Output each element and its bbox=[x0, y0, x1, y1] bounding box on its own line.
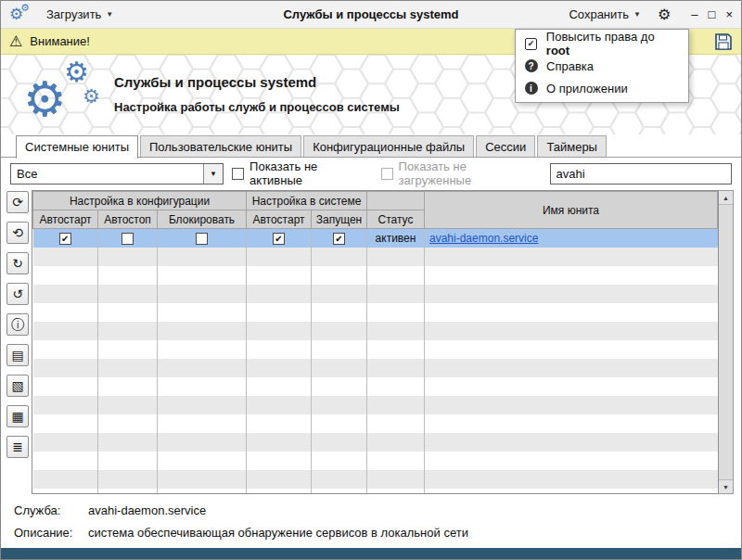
checkbox-box bbox=[381, 168, 393, 180]
column-header-status: Статус bbox=[367, 210, 425, 229]
filter-bar: Все ▼ Показать не активные Показать не з… bbox=[1, 158, 741, 189]
running-checkbox[interactable]: ✔ bbox=[333, 233, 345, 245]
daemon-reload-button[interactable]: ⟲ bbox=[6, 222, 29, 244]
show-inactive-checkbox[interactable]: Показать не активные bbox=[232, 159, 373, 187]
refresh-button[interactable]: ⟳ bbox=[6, 191, 29, 213]
save-menu-label: Сохранить bbox=[569, 7, 629, 21]
checkbox-box[interactable] bbox=[232, 168, 244, 180]
gear-icon: ⚙ bbox=[23, 75, 67, 123]
description-label: Описание: bbox=[14, 526, 88, 540]
journal-icon: ▦ bbox=[11, 410, 23, 423]
chevron-down-icon: ▼ bbox=[106, 10, 113, 19]
scroll-thumb[interactable] bbox=[719, 205, 733, 479]
window-controls: – □ × bbox=[691, 7, 733, 21]
table-row-empty bbox=[33, 322, 718, 340]
app-logo-gears: ⚙ ⚙ ⚙ bbox=[23, 57, 110, 133]
window-title: Службы и процессы systemd bbox=[283, 7, 458, 21]
edit-unit-button[interactable]: ▧ bbox=[6, 375, 29, 397]
autostop-config-checkbox[interactable] bbox=[122, 233, 134, 245]
tab-user-units[interactable]: Пользовательские юниты bbox=[140, 135, 301, 158]
info-button[interactable]: ⓘ bbox=[6, 313, 29, 336]
warning-icon: ⚠ bbox=[9, 34, 22, 49]
titlebar: ⚙ ⚙ Загрузить ▼ Службы и процессы system… bbox=[1, 1, 741, 29]
table-row-empty bbox=[33, 266, 718, 285]
about-info-icon: i bbox=[524, 82, 538, 95]
units-table: Настройка в конфигурации Настройка в сис… bbox=[32, 190, 719, 494]
app-window: ⚙ ⚙ Загрузить ▼ Службы и процессы system… bbox=[0, 0, 742, 560]
vertical-scrollbar[interactable]: ▲ ▼ bbox=[719, 190, 734, 494]
tab-timers[interactable]: Таймеры bbox=[537, 135, 607, 158]
menu-item-help-label: Справка bbox=[546, 59, 594, 73]
unit-row-selected[interactable]: ✔ ✔ ✔ активен avahi-daemon.service bbox=[33, 229, 718, 248]
save-menu-button[interactable]: Сохранить ▼ bbox=[565, 5, 645, 24]
column-header-autostart-system: Автостарт bbox=[247, 210, 312, 229]
autostart-system-checkbox[interactable]: ✔ bbox=[273, 233, 285, 245]
dependencies-button[interactable]: ≣ bbox=[6, 436, 29, 458]
unit-filter-combobox[interactable]: Все ▼ bbox=[10, 163, 224, 185]
status-cell: активен bbox=[367, 229, 425, 248]
tab-system-units[interactable]: Системные юниты bbox=[16, 135, 138, 159]
help-question-icon: ? bbox=[524, 59, 538, 72]
show-unloaded-checkbox: Показать не загруженные bbox=[381, 159, 542, 187]
close-button[interactable]: × bbox=[725, 7, 733, 21]
revert-button[interactable]: ↺ bbox=[6, 283, 29, 305]
tab-sessions[interactable]: Сессии bbox=[476, 135, 535, 158]
table-row-empty bbox=[33, 470, 718, 489]
column-header-unit-name: Имя юнита bbox=[425, 192, 718, 229]
service-label: Служба: bbox=[14, 503, 88, 517]
table-row-empty bbox=[33, 414, 718, 433]
journal-button[interactable]: ▦ bbox=[6, 405, 29, 427]
floppy-icon bbox=[714, 32, 733, 51]
column-header-autostop-config: Автостоп bbox=[98, 210, 158, 229]
unit-name-link[interactable]: avahi-daemon.service bbox=[429, 232, 538, 245]
details-panel: Служба: avahi-daemon.service Описание: с… bbox=[1, 494, 741, 548]
tab-bar: Системные юниты Пользовательские юниты К… bbox=[1, 134, 741, 158]
side-toolbar: ⟳ ⟲ ↻ ↺ ⓘ ▤ ▧ ▦ ≣ bbox=[6, 190, 29, 494]
chevron-down-icon: ▼ bbox=[633, 10, 641, 19]
table-row-empty bbox=[33, 303, 718, 322]
maximize-button[interactable]: □ bbox=[709, 7, 716, 21]
table-row-empty bbox=[33, 340, 718, 359]
warning-text: Внимание! bbox=[30, 34, 90, 48]
load-menu-button[interactable]: Загрузить ▼ bbox=[43, 5, 117, 24]
gear-icon: ⚙ bbox=[20, 3, 30, 13]
menu-item-help[interactable]: ? Справка bbox=[516, 55, 688, 77]
table-row-empty bbox=[33, 433, 718, 452]
unit-search-input[interactable] bbox=[550, 163, 732, 185]
table-row-empty bbox=[33, 285, 718, 303]
group-header-config: Настройка в конфигурации bbox=[33, 192, 247, 210]
scroll-down-button[interactable]: ▼ bbox=[719, 479, 733, 493]
group-header-system: Настройка в системе bbox=[247, 192, 367, 210]
save-floppy-button[interactable] bbox=[714, 32, 733, 51]
tab-config-files[interactable]: Конфигурационные файлы bbox=[303, 135, 474, 158]
table-header: Настройка в конфигурации Настройка в сис… bbox=[33, 192, 718, 229]
main-area: ⟳ ⟲ ↻ ↺ ⓘ ▤ ▧ ▦ ≣ Настройка в конфигурац… bbox=[1, 189, 741, 494]
table-row-empty bbox=[33, 248, 718, 266]
table-row-empty bbox=[33, 359, 718, 377]
dependencies-icon: ≣ bbox=[12, 440, 23, 453]
scroll-up-button[interactable]: ▲ bbox=[719, 191, 733, 205]
bottom-status-strip bbox=[1, 548, 741, 559]
minimize-button[interactable]: – bbox=[691, 7, 697, 21]
autostart-config-checkbox[interactable]: ✔ bbox=[59, 233, 71, 245]
gear-icon: ⚙ bbox=[83, 86, 100, 106]
menu-item-about[interactable]: i О приложении bbox=[516, 77, 688, 99]
settings-menu: ✔ Повысить права до root ? Справка i О п… bbox=[515, 29, 689, 103]
menu-item-elevate-label: Повысить права до root bbox=[546, 30, 680, 57]
settings-gear-button[interactable]: ⚙ bbox=[656, 7, 672, 22]
info-icon: ⓘ bbox=[11, 318, 24, 331]
column-header-running: Запущен bbox=[312, 210, 367, 229]
banner-subtitle: Настройка работы служб и процессов систе… bbox=[114, 100, 400, 114]
units-table-body: ✔ ✔ ✔ активен avahi-daemon.service bbox=[33, 229, 718, 495]
gear-icon: ⚙ bbox=[64, 58, 89, 86]
show-inactive-label: Показать не активные bbox=[249, 159, 373, 187]
unit-file-button[interactable]: ▤ bbox=[6, 344, 29, 366]
show-unloaded-label: Показать не загруженные bbox=[399, 159, 542, 187]
chevron-down-icon[interactable]: ▼ bbox=[203, 164, 223, 184]
banner-text: Службы и процессы systemd Настройка рабо… bbox=[114, 74, 400, 114]
service-value: avahi-daemon.service bbox=[88, 503, 206, 517]
menu-item-elevate-root[interactable]: ✔ Повысить права до root bbox=[516, 32, 688, 55]
banner-title: Службы и процессы systemd bbox=[114, 74, 400, 90]
restart-button[interactable]: ↻ bbox=[6, 252, 29, 274]
block-config-checkbox[interactable] bbox=[196, 233, 208, 245]
